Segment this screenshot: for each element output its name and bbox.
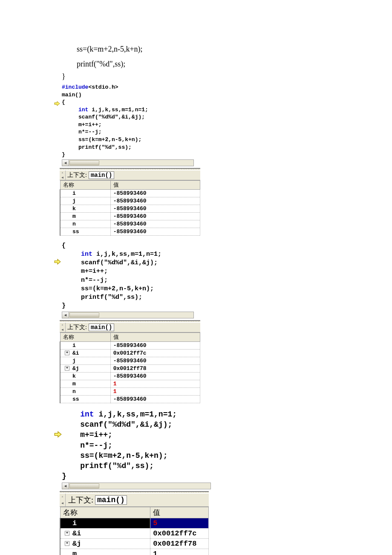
watch-value-cell[interactable]: -858993460 <box>110 220 200 228</box>
watch-name-cell[interactable]: k <box>60 372 110 380</box>
pane-toggle[interactable]: ×◄ <box>60 494 66 506</box>
col-name[interactable]: 名称 <box>60 507 150 518</box>
table-row[interactable]: +&j0x0012ff78 <box>60 364 200 372</box>
col-name[interactable]: 名称 <box>60 332 110 341</box>
watch-name-cell[interactable]: +&j <box>60 538 150 549</box>
watch-name-cell[interactable]: ss <box>60 395 110 403</box>
watch-value-cell[interactable]: -858993460 <box>110 372 200 380</box>
watch-name-cell[interactable]: +&i <box>60 528 150 538</box>
code-editor[interactable]: { int i,j,k,ss,m=1,n=1; scanf("%d%d",&i,… <box>62 242 392 311</box>
table-row[interactable]: j-858993460 <box>60 357 200 364</box>
watch-table[interactable]: 名称 值 i5+&i0x0012ff7c+&j0x0012ff78m1↵scan… <box>60 507 209 555</box>
scroll-thumb[interactable] <box>69 483 99 489</box>
watch-name-cell[interactable]: j <box>60 197 110 205</box>
col-value[interactable]: 值 <box>110 180 200 189</box>
col-value[interactable]: 值 <box>150 507 209 518</box>
watch-name-cell[interactable]: n <box>60 220 110 228</box>
table-row[interactable]: n1 <box>60 387 200 395</box>
watch-name-cell[interactable]: m <box>60 380 110 387</box>
table-row[interactable]: k-858993460 <box>60 205 200 212</box>
table-row[interactable]: ss-858993460 <box>60 395 200 403</box>
watch-name-cell[interactable]: +&j <box>60 364 110 372</box>
code-editor[interactable]: #include<stdio.h>main(){ int i,j,k,ss,m=… <box>62 84 392 158</box>
watch-name-cell[interactable]: k <box>60 205 110 212</box>
table-row[interactable]: m1 <box>60 549 209 555</box>
expand-icon[interactable]: + <box>65 351 69 356</box>
table-row[interactable]: i-858993460 <box>60 189 200 197</box>
context-dropdown[interactable]: main() <box>89 324 114 331</box>
code-line: scanf("%d%d",&i,&j); <box>62 113 392 121</box>
table-row[interactable]: m-858993460 <box>60 212 200 220</box>
watch-value-cell[interactable]: 1 <box>150 549 209 555</box>
watch-name-cell[interactable]: i <box>60 341 110 349</box>
watch-value-cell[interactable]: -858993460 <box>110 212 200 220</box>
table-row[interactable]: n-858993460 <box>60 220 200 228</box>
table-row[interactable]: i5 <box>60 518 209 528</box>
h-scrollbar[interactable]: ◄ <box>62 312 194 318</box>
watch-value-cell[interactable]: 0x0012ff78 <box>110 364 200 372</box>
code-line: m+=i++; <box>62 267 392 276</box>
watch-value-cell[interactable]: -858993460 <box>110 341 200 349</box>
table-row[interactable]: j-858993460 <box>60 197 200 205</box>
watch-name-cell[interactable]: i <box>60 518 150 528</box>
watch-name-cell[interactable]: j <box>60 357 110 364</box>
watch-value-cell[interactable]: 0x0012ff78 <box>150 538 209 549</box>
watch-value-cell[interactable]: -858993460 <box>110 228 200 235</box>
expand-icon[interactable]: + <box>65 541 69 546</box>
watch-table[interactable]: 名称 值 i-858993460j-858993460k-858993460m-… <box>60 180 200 236</box>
watch-name-cell[interactable]: ss <box>60 228 110 235</box>
col-value[interactable]: 值 <box>110 332 200 341</box>
scroll-thumb[interactable] <box>69 160 99 165</box>
watch-table[interactable]: 名称 值 i-858993460+&i0x0012ff7cj-858993460… <box>60 332 200 403</box>
scroll-thumb[interactable] <box>69 312 99 318</box>
context-dropdown[interactable]: main() <box>95 495 127 505</box>
watch-name-cell[interactable]: n <box>60 387 110 395</box>
watch-name-cell[interactable]: m <box>60 549 150 555</box>
table-row[interactable]: ss-858993460 <box>60 228 200 235</box>
watch-name-cell[interactable]: +&i <box>60 349 110 357</box>
h-scrollbar[interactable]: ◄ <box>62 159 194 166</box>
context-label: 上下文: <box>68 495 93 505</box>
pane-toggle[interactable]: ×◄ <box>60 171 66 180</box>
code-line: printf("%d",ss); <box>62 144 392 151</box>
watch-value-cell[interactable]: 1 <box>110 380 200 387</box>
expand-icon[interactable]: + <box>65 531 69 536</box>
col-name[interactable]: 名称 <box>60 180 110 189</box>
watch-value-cell[interactable]: -858993460 <box>110 357 200 364</box>
code-line: ss=(k=m+2,n-5,k+n); <box>62 285 392 293</box>
context-dropdown[interactable]: main() <box>89 171 114 179</box>
watch-value-cell[interactable]: 1 <box>110 387 200 395</box>
h-scrollbar[interactable]: ◄ <box>62 483 211 489</box>
watch-name-cell[interactable]: i <box>60 189 110 197</box>
watch-value-cell[interactable]: -858993460 <box>110 205 200 212</box>
code-editor[interactable]: int i,j,k,ss,m=1,n=1; scanf("%d%d",&i,&j… <box>62 409 392 482</box>
scroll-left-button[interactable]: ◄ <box>62 160 69 166</box>
table-row[interactable]: m1 <box>60 380 200 387</box>
code-line: } <box>62 471 392 481</box>
context-bar: ×◄ 上下文: main() <box>60 494 209 507</box>
exec-arrow-icon <box>54 101 60 107</box>
scroll-left-button[interactable]: ◄ <box>62 312 69 318</box>
code-line: m+=i++; <box>62 121 392 129</box>
watch-value-cell[interactable]: 0x0012ff7c <box>150 528 209 538</box>
table-row[interactable]: +&i0x0012ff7c <box>60 349 200 357</box>
exec-arrow-icon <box>54 258 61 265</box>
code-line: { <box>62 98 392 106</box>
watch-value-cell[interactable]: -858993460 <box>110 395 200 403</box>
watch-value-cell[interactable]: 0x0012ff7c <box>110 349 200 357</box>
code-line: printf("%d",ss); <box>62 461 392 471</box>
table-row[interactable]: k-858993460 <box>60 372 200 380</box>
scroll-left-button[interactable]: ◄ <box>62 483 69 489</box>
watch-value-cell[interactable]: -858993460 <box>110 189 200 197</box>
table-row[interactable]: +&i0x0012ff7c <box>60 528 209 538</box>
watch-value-cell[interactable]: 5 <box>150 518 209 528</box>
expand-icon[interactable]: + <box>65 366 69 371</box>
table-row[interactable]: i-858993460 <box>60 341 200 349</box>
table-row[interactable]: +&j0x0012ff78 <box>60 538 209 549</box>
code-line: int i,j,k,ss,m=1,n=1; <box>62 106 392 114</box>
watch-value-cell[interactable]: -858993460 <box>110 197 200 205</box>
pane-toggle[interactable]: ×◄ <box>60 323 66 332</box>
watch-name-cell[interactable]: m <box>60 212 110 220</box>
exec-arrow-icon <box>54 431 62 438</box>
code-line: main() <box>62 91 392 99</box>
